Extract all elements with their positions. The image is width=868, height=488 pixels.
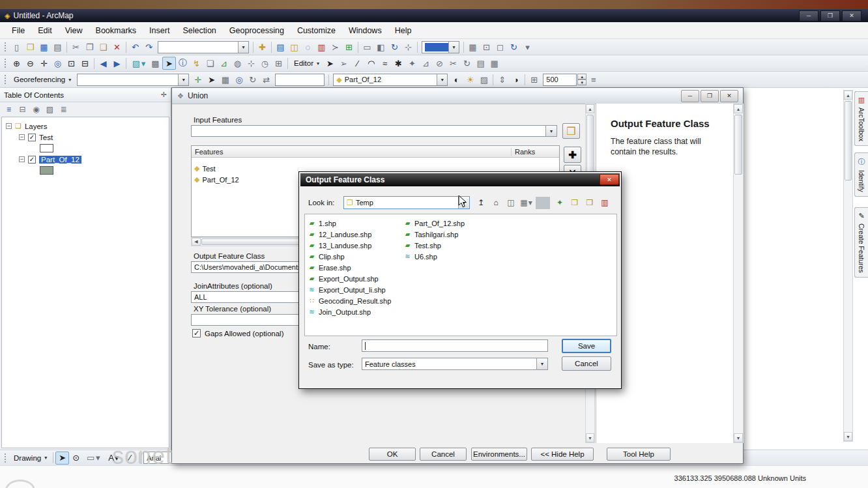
tool-help-button[interactable]: Tool Help — [607, 448, 671, 461]
menu-bookmarks[interactable]: Bookmarks — [89, 24, 143, 37]
pause-drawing-icon[interactable]: ◻ — [493, 40, 507, 53]
attribute-table-icon[interactable]: ▦ — [466, 40, 480, 53]
scroll-up-icon[interactable]: ▲ — [734, 104, 743, 113]
cancel-button[interactable]: Cancel — [420, 448, 467, 461]
chevron-down-icon[interactable]: ▾ — [238, 42, 248, 53]
arctoolbox-icon[interactable]: ▥ — [315, 40, 328, 53]
select-elements-icon[interactable]: ➤ — [162, 57, 176, 70]
rotation-angle-field[interactable] — [275, 74, 325, 86]
rotate-layer-icon[interactable]: ↻ — [246, 73, 259, 86]
menu-windows[interactable]: Windows — [342, 24, 388, 37]
scroll-down-icon[interactable]: ▼ — [586, 433, 594, 442]
open-folder-icon[interactable]: ❒ — [583, 197, 597, 209]
cut-polygons-icon[interactable]: ⊘ — [433, 57, 446, 70]
tab-identify[interactable]: ⓘ Identify — [854, 152, 868, 197]
layer-visibility-checkbox[interactable]: ✓ — [28, 156, 36, 164]
map-scale-combo[interactable]: ▾ — [158, 41, 249, 53]
delete-icon[interactable]: ✕ — [110, 40, 124, 53]
html-popup-icon[interactable]: ❏ — [203, 57, 217, 70]
zoom-out-icon[interactable]: ⊖ — [23, 57, 37, 70]
ok-button[interactable]: OK — [369, 448, 416, 461]
pin-icon[interactable]: ✛ — [161, 91, 167, 99]
environments-button[interactable]: Environments... — [471, 448, 527, 461]
rotate-elements-icon[interactable]: ⊙ — [69, 452, 83, 465]
save-button[interactable]: Save — [562, 339, 611, 353]
browse-button[interactable]: ❒ — [562, 123, 580, 139]
python-icon[interactable]: ≻ — [328, 40, 342, 53]
close-button[interactable]: ✕ — [720, 90, 738, 102]
list-by-source-icon[interactable]: ⊟ — [16, 104, 29, 115]
add-feature-button[interactable]: ✚ — [564, 147, 581, 163]
split-icon[interactable]: ✂ — [446, 57, 460, 70]
save-icon[interactable]: ▦ — [37, 40, 51, 53]
find-icon[interactable]: ◍ — [231, 57, 244, 70]
file-item[interactable]: ▰ Part_Of_12.shp — [403, 218, 499, 229]
up-one-level-icon[interactable]: ↥ — [474, 197, 488, 209]
modelbuilder-icon[interactable]: ⊞ — [342, 40, 356, 53]
toc-layer-part-of-12[interactable]: − ✓ Part_Of_12 — [2, 154, 169, 165]
transform-icon[interactable]: ⇄ — [259, 73, 273, 86]
layer-visibility-checkbox[interactable]: ✓ — [28, 134, 36, 141]
save-as-type-combo[interactable]: Feature classes ▾ — [362, 358, 548, 370]
forward-extent-icon[interactable]: ▶ — [110, 57, 124, 70]
scrollbar-thumb[interactable] — [845, 101, 852, 180]
paste-icon[interactable]: ❑ — [96, 40, 110, 53]
map-vertical-scrollbar[interactable]: ▲ ▼ — [843, 90, 853, 442]
menu-file[interactable]: File — [5, 24, 31, 37]
layer-label-selected[interactable]: Part_Of_12 — [39, 156, 81, 164]
copy-icon[interactable]: ❐ — [83, 40, 96, 53]
link-table-icon[interactable]: ▦ — [218, 73, 232, 86]
file-item[interactable]: ≋ U6.shp — [403, 251, 499, 262]
georeferencing-menu[interactable]: Georeferencing ▾ — [10, 76, 75, 83]
scale-spinner[interactable]: 500 ▲ ▼ — [543, 74, 586, 86]
grid-icon[interactable]: ⊞ — [527, 73, 541, 86]
minimize-button[interactable]: ─ — [681, 90, 699, 102]
editor-menu[interactable]: Editor ▾ — [290, 59, 323, 67]
cancel-button[interactable]: Cancel — [562, 356, 611, 371]
measure-icon[interactable]: ⊿ — [217, 57, 231, 70]
toc-layer-test[interactable]: − ✓ Test — [2, 132, 169, 143]
maximize-button[interactable]: ❐ — [820, 10, 840, 22]
add-data-icon[interactable]: ✚ — [255, 40, 269, 53]
toc-layers-node[interactable]: − ❏ Layers — [2, 121, 169, 132]
gaps-allowed-checkbox[interactable]: ✓ — [192, 329, 201, 337]
select-elements-icon[interactable]: ➤ — [55, 452, 69, 465]
file-item[interactable]: ▰ Erase.shp — [308, 262, 403, 273]
fixed-zoom-out-icon[interactable]: ⊟ — [78, 57, 92, 70]
rotate-tool-icon[interactable]: ↻ — [460, 57, 474, 70]
legend-swatch[interactable] — [40, 166, 53, 175]
legend-swatch[interactable] — [40, 144, 53, 152]
home-folder-icon[interactable]: ⌂ — [489, 197, 503, 209]
ranks-column-header[interactable]: Ranks — [511, 148, 559, 156]
fixed-zoom-in-icon[interactable]: ⊡ — [65, 57, 78, 70]
menu-geoprocessing[interactable]: Geoprocessing — [223, 24, 291, 37]
file-item[interactable]: ▰ Test.shp — [403, 240, 499, 251]
close-button[interactable]: ✕ — [600, 174, 619, 185]
pan-icon[interactable]: ✛ — [37, 57, 51, 70]
point-tool-icon[interactable]: ✱ — [392, 57, 405, 70]
chevron-down-icon[interactable]: ▾ — [178, 74, 188, 85]
scrollbar-thumb[interactable] — [734, 115, 742, 175]
collapse-icon[interactable]: − — [19, 134, 25, 140]
print-icon[interactable]: ▤ — [51, 40, 65, 53]
drawing-menu[interactable]: Drawing ▾ — [10, 454, 51, 462]
tab-arctoolbox[interactable]: ▥ ArcToolbox — [854, 91, 868, 146]
view-menu-icon[interactable]: ▦ ▾ — [519, 197, 533, 209]
toc-legend-test[interactable] — [2, 143, 169, 154]
menu-selection[interactable]: Selection — [176, 24, 222, 37]
file-item[interactable]: ▰ 12_Landuse.shp — [308, 229, 403, 240]
collapse-icon[interactable]: − — [19, 156, 25, 162]
menu-view[interactable]: View — [59, 24, 89, 37]
sketch-properties-icon[interactable]: ▦ — [487, 57, 501, 70]
toc-legend-part-of-12[interactable] — [2, 165, 169, 176]
zoom-to-layer-icon[interactable]: ◎ — [232, 73, 246, 86]
undo-icon[interactable]: ↶ — [128, 40, 142, 53]
shape-tool-icon[interactable]: ▭ ▾ — [83, 452, 103, 465]
add-control-points-icon[interactable]: ✛ — [191, 73, 205, 86]
scroll-up-icon[interactable]: ▲ — [844, 91, 852, 100]
list-by-selection-icon[interactable]: ▧ — [44, 104, 56, 115]
layout-icon[interactable]: ▭ — [360, 40, 374, 53]
scroll-down-icon[interactable]: ▼ — [734, 433, 743, 442]
layer-label[interactable]: Test — [39, 134, 53, 141]
chevron-down-icon[interactable]: ▾ — [545, 126, 557, 136]
